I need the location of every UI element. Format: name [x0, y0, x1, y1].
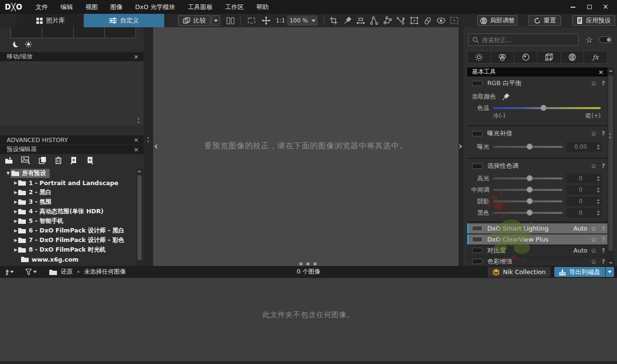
favorite-star-icon[interactable]: [591, 225, 597, 232]
scroll-up-icon[interactable]: [609, 70, 613, 72]
fit-screen-button[interactable]: [245, 15, 258, 26]
search-input[interactable]: [482, 36, 574, 44]
tree-expand-icon[interactable]: [13, 238, 18, 243]
menu-view[interactable]: 视图: [79, 0, 104, 14]
shadow-clipping-moon-icon[interactable]: [12, 41, 19, 48]
repair-tool[interactable]: [422, 15, 433, 26]
zoom-level-select[interactable]: 100 %: [287, 15, 318, 26]
menu-edit[interactable]: 编辑: [54, 0, 79, 14]
help-icon[interactable]: [602, 247, 605, 254]
close-button[interactable]: ×: [601, 3, 610, 11]
delete-preset-button[interactable]: [55, 156, 62, 164]
help-icon[interactable]: [602, 80, 605, 87]
preset-folder-row[interactable]: 3 - 氛围: [0, 197, 136, 207]
collapse-right-panel-arrow[interactable]: ›: [459, 141, 462, 151]
control-line-tool[interactable]: [395, 15, 406, 26]
scroll-up-icon[interactable]: [137, 170, 141, 172]
right-panel-scrollbar[interactable]: [607, 67, 614, 266]
enable-checkbox[interactable]: [472, 226, 482, 231]
preset-root-row[interactable]: 所有预设: [0, 168, 136, 178]
local-adjustments-button[interactable]: 局部调整: [477, 15, 517, 26]
tab-photo-library[interactable]: 照片库: [17, 14, 84, 27]
active-corrections-toggle[interactable]: [599, 36, 612, 43]
new-full-preset-button[interactable]: [86, 156, 94, 165]
nik-collection-button[interactable]: Nik Collection: [488, 267, 550, 277]
tree-expand-icon[interactable]: [13, 247, 18, 252]
exposure-slider[interactable]: [493, 146, 562, 148]
midtones-value-box[interactable]: 0: [566, 185, 602, 195]
clearview-plus-row[interactable]: DxO ClearView Plus: [467, 234, 607, 244]
preset-folder-row[interactable]: 6 - DxO FilmPack 设计师 - 黑白: [0, 226, 136, 235]
perspective-tool[interactable]: [409, 15, 419, 26]
panel-grip[interactable]: [138, 118, 139, 123]
export-options-dropdown[interactable]: [606, 267, 614, 277]
menu-tool-panels[interactable]: 工具面板: [181, 0, 219, 14]
favorites-filter-star-icon[interactable]: [585, 36, 593, 44]
tab-effects-fx[interactable]: [584, 51, 607, 63]
value-spinner[interactable]: [595, 142, 602, 152]
favorite-star-icon[interactable]: [591, 80, 597, 87]
tree-expand-icon[interactable]: [13, 190, 18, 195]
temperature-slider[interactable]: [493, 107, 601, 109]
sort-button[interactable]: az: [6, 269, 14, 275]
restore-label[interactable]: 还原: [61, 268, 73, 276]
value-spinner[interactable]: [595, 208, 602, 218]
favorite-star-icon[interactable]: [591, 236, 597, 243]
favorite-star-icon[interactable]: [591, 247, 597, 254]
split-view-button[interactable]: [224, 15, 236, 26]
menu-file[interactable]: 文件: [29, 0, 54, 14]
crop-tool[interactable]: [328, 15, 339, 26]
pan-move-button[interactable]: [260, 15, 272, 26]
tab-light[interactable]: [468, 51, 491, 63]
exposure-value-box[interactable]: 0.00: [566, 142, 602, 152]
tab-detail[interactable]: [514, 51, 538, 63]
spin-down-icon[interactable]: [597, 148, 600, 150]
close-icon[interactable]: [134, 54, 139, 60]
duplicate-preset-button[interactable]: [39, 156, 47, 164]
whitebalance-picker-tool[interactable]: [342, 15, 352, 26]
left-panel-divider[interactable]: [144, 27, 153, 266]
help-icon[interactable]: [602, 225, 605, 232]
export-to-disk-button[interactable]: 导出到磁盘: [554, 267, 605, 277]
close-icon[interactable]: [598, 69, 604, 75]
slider-knob[interactable]: [527, 175, 533, 181]
value-spinner[interactable]: [595, 185, 602, 195]
preset-folder-row[interactable]: 4 - 高动态范围(单张 HDR): [0, 207, 136, 216]
blacks-value-box[interactable]: 0: [566, 208, 602, 218]
scrollbar-thumb[interactable]: [137, 175, 142, 260]
enable-checkbox[interactable]: [472, 164, 482, 169]
preset-folder-row[interactable]: 8 - DxO FilmPack 时光机: [0, 245, 136, 254]
enable-checkbox[interactable]: [472, 237, 482, 242]
tree-expand-icon[interactable]: [6, 171, 11, 176]
shadows-slider[interactable]: [493, 200, 562, 202]
apply-preset-button[interactable]: 应用预设: [572, 15, 615, 26]
help-icon[interactable]: [602, 130, 605, 137]
shadows-value-box[interactable]: 0: [566, 197, 602, 206]
selection-tool[interactable]: [449, 15, 460, 26]
highlights-slider[interactable]: [493, 177, 562, 179]
menu-optics-modules[interactable]: DxO 光学模块: [129, 0, 181, 14]
create-preset-from-image-button[interactable]: [21, 156, 31, 164]
divider-grip[interactable]: [147, 137, 149, 142]
favorite-star-icon[interactable]: [591, 130, 597, 137]
right-panel-divider[interactable]: ›: [459, 27, 463, 266]
tree-expand-icon[interactable]: [13, 209, 18, 214]
zoom-1to1-button[interactable]: 1:1: [274, 15, 287, 26]
tree-expand-icon[interactable]: [13, 219, 18, 223]
spin-up-icon[interactable]: [597, 144, 600, 146]
control-points-tool[interactable]: [369, 15, 379, 26]
reset-button[interactable]: 重置: [528, 15, 561, 26]
enable-checkbox[interactable]: [472, 81, 482, 86]
preset-folder-row[interactable]: 2 - 黑白: [0, 188, 136, 197]
close-icon[interactable]: [134, 146, 139, 153]
close-icon[interactable]: [134, 137, 139, 143]
scrollbar-thumb[interactable]: [608, 75, 613, 251]
tab-customize[interactable]: 自定义: [84, 14, 164, 27]
contrast-row[interactable]: 对比度 Auto: [467, 245, 607, 255]
menu-help[interactable]: 帮助: [250, 0, 275, 14]
search-box[interactable]: [468, 33, 579, 46]
control-shape-tool[interactable]: [382, 15, 393, 26]
menu-workspace[interactable]: 工作区: [219, 0, 250, 14]
blacks-slider[interactable]: [493, 212, 562, 214]
help-icon[interactable]: [602, 163, 605, 169]
